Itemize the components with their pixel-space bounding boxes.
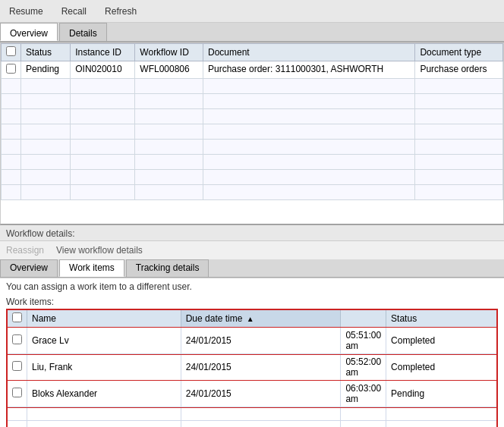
- work-items-wrapper: Name Due date time ▲ Status Grace Lv 24/…: [0, 309, 504, 427]
- wi-row-checkbox[interactable]: [12, 388, 22, 397]
- wi-table-row[interactable]: Grace Lv 24/01/2015 05:51:00 am Complete…: [7, 328, 497, 354]
- top-menu-bar: Resume Recall Refresh: [0, 0, 504, 23]
- menu-recall[interactable]: Recall: [58, 5, 90, 18]
- col-header-status: Status: [21, 44, 71, 61]
- wi-cell-due-time: 05:51:00 am: [341, 328, 386, 354]
- info-text: You can assign a work item to a differen…: [0, 278, 504, 295]
- tab-work-items[interactable]: Work items: [59, 259, 124, 277]
- lower-section: You can assign a work item to a differen…: [0, 278, 504, 427]
- action-bar: Reassign View workflow details: [0, 241, 504, 259]
- tab-overview-lower[interactable]: Overview: [0, 259, 58, 277]
- wi-empty-row: [7, 421, 497, 428]
- wi-row-checkbox-cell: [7, 381, 27, 407]
- workflow-details-bar: Workflow details:: [0, 224, 504, 241]
- col-header-document-type: Document type: [415, 44, 503, 61]
- table-row-empty-7: [2, 170, 503, 185]
- col-header-workflow-id: Workflow ID: [135, 44, 203, 61]
- wi-cell-name: Bloks Alexander: [27, 381, 181, 407]
- cell-document-type: Purchase orders: [415, 61, 503, 79]
- wi-cell-name: Liu, Frank: [27, 354, 181, 381]
- tab-details-top[interactable]: Details: [59, 23, 107, 41]
- tab-tracking-details[interactable]: Tracking details: [126, 259, 209, 277]
- wi-row-checkbox-cell: [7, 354, 27, 381]
- row-checkbox-cell: [2, 61, 21, 79]
- wi-cell-due-time: 05:52:00 am: [341, 354, 386, 381]
- table-row-empty-8: [2, 185, 503, 200]
- col-header-instance-id: Instance ID: [71, 44, 135, 61]
- wi-cell-status: Pending: [386, 381, 497, 407]
- menu-refresh[interactable]: Refresh: [102, 5, 140, 18]
- menu-resume[interactable]: Resume: [6, 5, 46, 18]
- work-items-table: Name Due date time ▲ Status Grace Lv 24/…: [6, 309, 498, 427]
- wi-cell-status: Completed: [386, 354, 497, 381]
- top-tab-bar: Overview Details: [0, 23, 504, 42]
- wi-select-all[interactable]: [12, 312, 22, 322]
- wi-col-header-status: Status: [386, 309, 497, 328]
- wi-row-checkbox[interactable]: [12, 361, 22, 371]
- select-all-checkbox[interactable]: [6, 46, 16, 56]
- wi-col-header-check: [7, 309, 27, 328]
- table-row-empty-1: [2, 79, 503, 94]
- cell-workflow-id: WFL000806: [135, 61, 203, 79]
- sort-arrow-icon: ▲: [247, 315, 254, 323]
- wi-cell-due-date: 24/01/2015: [181, 328, 341, 354]
- wi-empty-row: [7, 407, 497, 421]
- table-row[interactable]: Pending OIN020010 WFL000806 Purchase ord…: [2, 61, 503, 79]
- wi-row-checkbox-cell: [7, 328, 27, 354]
- tab-overview-top[interactable]: Overview: [0, 23, 58, 41]
- col-header-document: Document: [203, 44, 415, 61]
- view-workflow-link[interactable]: View workflow details: [56, 245, 143, 256]
- wi-table-row[interactable]: Bloks Alexander 24/01/2015 06:03:00 am P…: [7, 381, 497, 407]
- table-row-empty-5: [2, 140, 503, 155]
- table-row-empty-4: [2, 124, 503, 140]
- wi-cell-name: Grace Lv: [27, 328, 181, 354]
- wi-row-checkbox[interactable]: [12, 334, 22, 344]
- cell-document: Purchase order: 3111000301, ASHWORTH: [203, 61, 415, 79]
- cell-status: Pending: [21, 61, 71, 79]
- wi-cell-due-time: 06:03:00 am: [341, 381, 386, 407]
- wi-col-header-spacer: [341, 309, 386, 328]
- reassign-link[interactable]: Reassign: [6, 245, 44, 256]
- row-checkbox[interactable]: [6, 64, 16, 74]
- table-row-empty-2: [2, 94, 503, 109]
- wi-col-header-due-date[interactable]: Due date time ▲: [181, 309, 341, 328]
- cell-instance-id: OIN020010: [71, 61, 135, 79]
- main-data-table: Status Instance ID Workflow ID Document …: [1, 43, 503, 200]
- main-table-area: Status Instance ID Workflow ID Document …: [0, 42, 504, 224]
- workflow-details-label: Workflow details:: [6, 228, 74, 239]
- table-row-empty-3: [2, 109, 503, 124]
- wi-table-row[interactable]: Liu, Frank 24/01/2015 05:52:00 am Comple…: [7, 354, 497, 381]
- table-row-empty-6: [2, 155, 503, 170]
- wi-col-header-name: Name: [27, 309, 181, 328]
- wi-cell-due-date: 24/01/2015: [181, 354, 341, 381]
- work-items-label: Work items:: [0, 295, 504, 309]
- col-header-checkbox: [2, 44, 21, 61]
- lower-tab-bar: Overview Work items Tracking details: [0, 259, 504, 278]
- wi-cell-status: Completed: [386, 328, 497, 354]
- wi-cell-due-date: 24/01/2015: [181, 381, 341, 407]
